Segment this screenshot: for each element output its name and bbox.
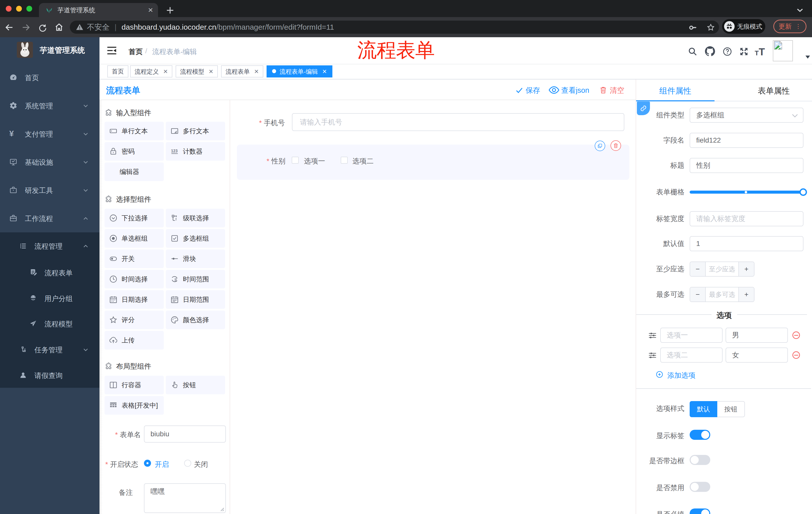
svg-text:123: 123 xyxy=(171,149,178,153)
